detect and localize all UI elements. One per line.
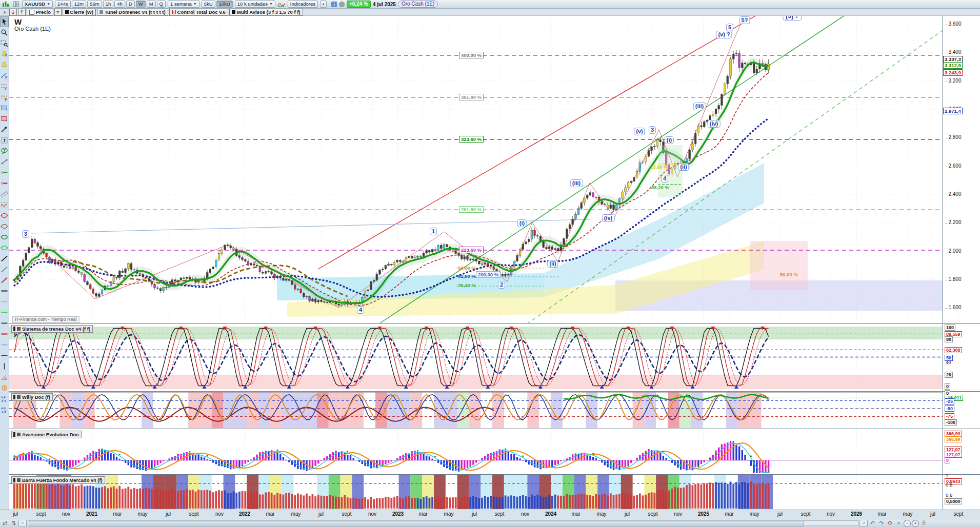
chart-shift-icon[interactable]: ⇄ [1,520,9,526]
text-tool[interactable]: T [0,135,9,146]
segment-tool[interactable] [0,156,9,167]
scale-up-button[interactable] [18,9,26,16]
month-tick-label: nov [215,511,224,517]
settings-icon[interactable]: ⚙ [886,520,894,526]
collapse-panel-button[interactable]: ▲ [1,9,8,15]
svg-text:a: a [5,376,7,379]
zoom-tool[interactable] [0,27,9,38]
scrollbar-thumb[interactable] [29,521,804,526]
ellipse-red-tool[interactable] [0,210,9,221]
month-tick-label: mar [418,511,427,517]
trendline-green-tool[interactable] [0,264,9,275]
indicator-tabs: Cierre (W)Tunel Domenec v4 (t t t t t)Co… [63,9,303,16]
chevron-down-icon: ▼ [269,1,273,7]
svg-text:c d: c d [2,410,6,413]
symbol-select[interactable]: XAUUSD▼ [22,1,53,8]
timeframe-1h[interactable]: 1h [103,1,114,8]
price-tab[interactable]: Precio [27,9,53,16]
hline-pink-tool[interactable] [0,296,9,307]
ellipse-brown-tool[interactable] [0,221,9,232]
info-icon[interactable]: i [331,2,337,7]
timeframe-4h[interactable]: 4h [114,1,125,8]
ruler-tool[interactable] [0,189,9,199]
month-tick-label: jul [13,511,18,517]
bottom-scrollbar: ⇄⇅<>↶↷⚙⌖−+⠿ [0,519,980,527]
arrow-tool[interactable] [0,124,9,135]
timeframe-56m[interactable]: 56m [87,1,102,8]
month-tick-label: jul [472,511,477,517]
timeframe-W[interactable]: W [136,1,146,8]
indicator-tab-2[interactable]: Control Total Doc v.6 [169,9,228,16]
units-10kU[interactable]: 10kU [216,1,233,8]
indicator-tab-3[interactable]: Multi Avisos (3 f 3 1,5 70 f f) [229,9,303,16]
hline-brightgreen-tool[interactable] [0,307,9,318]
year-tick-label: 2023 [392,511,404,517]
hline-blue-tool[interactable] [0,350,9,361]
indicators-dropdown[interactable]: ▼ [320,1,327,8]
scroll-left-button[interactable]: < [18,520,27,527]
hline-red-tool[interactable] [0,329,9,339]
period-select[interactable]: 1 semana▼ [168,1,199,8]
price-axis-column[interactable] [943,16,980,510]
list-settings-button[interactable]: ≡ [54,9,62,16]
time-axis[interactable]: julseptnov2021marmayjulseptnov2022marmay… [0,510,980,519]
indicator-tab-label: Control Total Doc v.6 [177,9,226,15]
rect-red-tool[interactable] [0,113,9,124]
zoom-area-tool[interactable] [0,38,9,49]
timeframe-D[interactable]: D [126,1,135,8]
hmarker-green-tool[interactable] [0,167,9,178]
note-bubble-tool[interactable]: T [0,146,9,156]
month-tick-label: may [291,511,301,517]
ellipse-green-tool[interactable] [0,242,9,253]
month-tick-label: mar [113,511,122,517]
alert-tool[interactable] [0,59,9,70]
more-icon[interactable]: ⠿ [920,520,928,526]
ellipse-darkgreen-tool[interactable] [0,232,9,242]
fib-extension-tool[interactable]: F [0,92,9,103]
trendline-black-tool[interactable] [0,253,9,264]
trendline-red-tool[interactable] [0,275,9,286]
zoom-out-icon[interactable]: − [904,520,911,527]
scroll-right-button[interactable]: > [859,520,868,527]
checkbox-icon[interactable] [29,10,34,15]
svg-text:F: F [5,76,8,79]
pan-zoom-icon[interactable]: ⌖ [895,520,903,526]
hline-lightblue-tool[interactable] [0,339,9,350]
vline-tool[interactable] [0,361,9,372]
chart-scale-icon[interactable]: ⇅ [10,520,17,526]
scrollbar-track[interactable] [28,520,858,526]
alert-pointer-tool[interactable] [0,49,9,59]
year-tick-label: 2025 [698,511,709,517]
scale-down-button[interactable] [9,9,17,16]
elliott-points-tool[interactable]: 1 32 4 [0,393,9,404]
indicator-tab-0[interactable]: Cierre (W) [63,9,96,16]
timeframe-144s[interactable]: 144s [55,1,71,8]
redo-icon[interactable]: ↷ [877,520,885,526]
pointer-tool[interactable] [0,16,9,27]
undo-icon[interactable]: ↶ [869,520,876,526]
hline-black-tool[interactable] [0,286,9,296]
timeframe-Q[interactable]: Q [157,1,166,8]
indicator-tab-label: Multi Avisos (3 f 3 1,5 70 f f) [237,9,301,15]
hline-darkgreen-tool[interactable] [0,318,9,329]
units-5kU[interactable]: 5kU [202,1,215,8]
target-tool[interactable] [0,382,9,393]
fib-retracement-tool[interactable]: F [0,81,9,92]
pattern-wave-tool[interactable] [0,199,9,210]
chevron-down-icon: ▼ [47,1,50,7]
hmarker-red-tool[interactable] [0,178,9,189]
rect-blue-tool[interactable] [0,103,9,113]
zoom-in-icon[interactable]: + [912,520,919,527]
layout-grid-icon[interactable] [12,1,20,8]
units-select[interactable]: 10 k unidades▼ [235,1,275,8]
abcd-points-tool[interactable]: a bc d [0,404,9,415]
indicators-button[interactable]: Indicadores [288,1,318,8]
angle-tool[interactable]: a [0,372,9,382]
month-tick-label: jul [777,511,783,517]
timeframe-12m[interactable]: 12m [72,1,86,8]
fib-projection-tool[interactable]: F [0,70,9,81]
month-tick-label: sept [648,511,658,517]
month-tick-label: sept [495,511,505,517]
indicator-tab-1[interactable]: Tunel Domenec v4 (t t t t t) [97,9,168,16]
timeframe-M[interactable]: M [147,1,156,8]
